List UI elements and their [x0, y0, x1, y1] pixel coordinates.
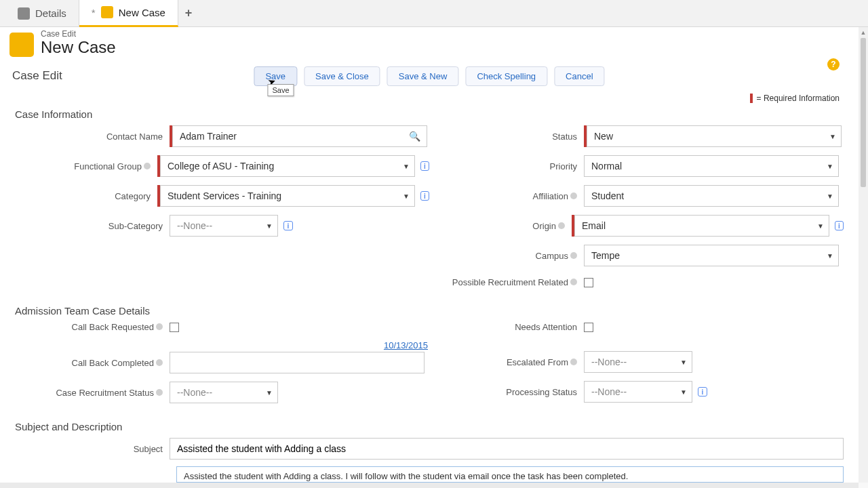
info-icon[interactable]: i: [283, 221, 293, 230]
category-select[interactable]: Student Services - Training: [160, 185, 415, 207]
action-section-label: Case Edit: [12, 69, 62, 83]
case-tab-icon: [101, 6, 113, 18]
functional-group-select[interactable]: College of ASU - Training: [160, 155, 415, 177]
help-dot-icon[interactable]: [144, 163, 151, 169]
sub-category-select[interactable]: --None--: [170, 215, 278, 237]
tab-add-button[interactable]: +: [178, 6, 199, 20]
possible-recruitment-checkbox[interactable]: [584, 278, 593, 287]
tab-details[interactable]: Details: [5, 0, 79, 27]
help-dot-icon[interactable]: [570, 359, 577, 365]
section-case-info: Case Information: [0, 83, 859, 125]
info-icon[interactable]: i: [420, 161, 429, 171]
required-bar-icon: [750, 94, 753, 103]
label-processing-status: Processing Status: [506, 387, 577, 397]
help-dot-icon[interactable]: [570, 279, 577, 285]
admission-fields: Call Back Requested 10/13/2015 Call Back…: [0, 322, 859, 411]
page-header: Case Edit New Case: [0, 27, 859, 65]
scroll-thumb[interactable]: [861, 38, 866, 187]
call-back-completed-input[interactable]: [170, 352, 425, 373]
save-new-button[interactable]: Save & New: [387, 66, 459, 86]
label-campus: Campus: [536, 251, 568, 261]
section-subject: Subject and Description: [0, 411, 859, 438]
button-group: Save ➤ Save Save & Close Save & New Chec…: [254, 66, 604, 86]
label-affiliation: Affiliation: [532, 191, 568, 201]
vertical-scrollbar[interactable]: ▲: [859, 27, 868, 483]
label-call-back-requested: Call Back Requested: [72, 322, 154, 332]
tab-new-case-label: New Case: [119, 7, 165, 18]
help-dot-icon[interactable]: [570, 192, 577, 199]
subject-input[interactable]: [170, 438, 844, 460]
info-icon[interactable]: i: [698, 387, 707, 396]
label-possible-recruitment: Possible Recruitment Related: [452, 277, 568, 287]
call-back-date-link[interactable]: 10/13/2015: [174, 340, 429, 350]
dirty-indicator: *: [92, 7, 96, 18]
processing-status-select[interactable]: --None--: [584, 381, 692, 403]
tab-bar: Details * New Case +: [0, 0, 868, 27]
lookup-icon[interactable]: 🔍: [409, 131, 420, 142]
info-icon[interactable]: i: [420, 191, 429, 201]
priority-select[interactable]: Normal: [584, 155, 839, 177]
label-origin: Origin: [532, 221, 556, 231]
origin-select[interactable]: Email: [574, 215, 829, 237]
label-case-recruitment-status: Case Recruitment Status: [56, 388, 154, 398]
affiliation-select[interactable]: Student: [584, 185, 839, 207]
required-legend-text: = Required Information: [757, 94, 840, 103]
case-info-fields: Contact Name 🔍 Functional Group College …: [0, 125, 859, 296]
subject-block: Subject Assisted the student with Adding…: [0, 438, 859, 483]
label-priority: Priority: [550, 161, 577, 171]
section-admission: Admission Team Case Details: [0, 296, 859, 322]
escalated-from-select[interactable]: --None--: [584, 351, 692, 373]
tab-details-label: Details: [35, 7, 66, 19]
case-recruitment-status-select[interactable]: --None--: [170, 382, 278, 403]
help-dot-icon[interactable]: [570, 252, 577, 259]
required-legend: = Required Information: [750, 94, 840, 103]
save-close-button[interactable]: Save & Close: [304, 66, 380, 86]
tab-new-case[interactable]: * New Case: [79, 0, 178, 27]
call-back-requested-checkbox[interactable]: [170, 323, 179, 332]
info-icon[interactable]: i: [835, 221, 844, 230]
case-icon: [9, 33, 34, 57]
scroll-up-icon[interactable]: ▲: [859, 27, 868, 38]
description-textarea[interactable]: Assisted the student with Adding a class…: [176, 466, 844, 483]
page-title: New Case: [41, 38, 116, 57]
status-select[interactable]: New: [587, 125, 842, 147]
help-dot-icon[interactable]: [156, 323, 163, 330]
page-eyebrow: Case Edit: [41, 30, 116, 38]
needs-attention-checkbox[interactable]: [584, 323, 593, 332]
main-content: ? Case Edit New Case Case Edit Save ➤ Sa…: [0, 27, 859, 483]
help-dot-icon[interactable]: [558, 222, 565, 229]
bottom-bar: [0, 483, 859, 488]
label-subject: Subject: [134, 444, 163, 454]
label-call-back-completed: Call Back Completed: [72, 358, 154, 368]
details-tab-icon: [18, 7, 30, 20]
label-category: Category: [115, 191, 151, 201]
action-bar: Case Edit Save ➤ Save Save & Close Save …: [0, 69, 859, 83]
label-status: Status: [552, 131, 577, 142]
label-sub-category: Sub-Category: [108, 221, 163, 231]
label-functional-group: Functional Group: [74, 161, 142, 171]
campus-select[interactable]: Tempe: [584, 245, 839, 266]
label-escalated-from: Escalated From: [507, 357, 568, 367]
save-tooltip: Save: [267, 84, 294, 96]
label-contact-name: Contact Name: [106, 131, 163, 142]
check-spelling-button[interactable]: Check Spelling: [465, 66, 547, 86]
help-dot-icon[interactable]: [156, 359, 163, 366]
contact-name-input[interactable]: [172, 125, 427, 147]
cancel-button[interactable]: Cancel: [554, 66, 604, 86]
help-dot-icon[interactable]: [156, 389, 163, 396]
label-needs-attention: Needs Attention: [515, 322, 577, 332]
